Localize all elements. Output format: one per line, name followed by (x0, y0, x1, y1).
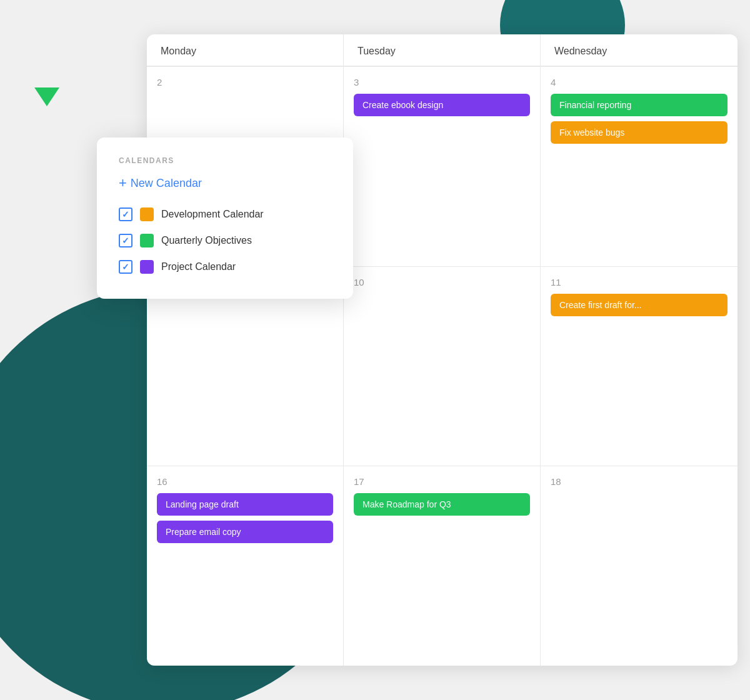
event-financial-reporting[interactable]: Financial reporting (551, 94, 728, 116)
calendar-name-development: Development Calendar (161, 209, 264, 220)
swatch-quarterly (140, 234, 154, 248)
calendar-item-development: ✓ Development Calendar (119, 208, 331, 221)
calendars-section-label: CALENDARS (119, 156, 331, 165)
event-create-ebook[interactable]: Create ebook design (354, 94, 530, 116)
day-number-3: 3 (354, 77, 530, 88)
cell-day-18: 18 (541, 466, 738, 666)
calendar-header: Monday Tuesday Wednesday (147, 34, 738, 67)
col-monday: Monday (147, 34, 344, 66)
col-tuesday: Tuesday (344, 34, 541, 66)
cell-day-17: 17 Make Roadmap for Q3 (344, 466, 541, 666)
cell-day-11: 11 Create first draft for... (541, 267, 738, 466)
calendar-name-project: Project Calendar (161, 261, 236, 272)
checkmark-project: ✓ (122, 262, 129, 272)
col-wednesday: Wednesday (541, 34, 738, 66)
event-email-copy[interactable]: Prepare email copy (157, 521, 333, 543)
checkbox-development[interactable]: ✓ (119, 208, 132, 221)
swatch-project (140, 260, 154, 274)
green-arrow-icon (34, 88, 59, 106)
checkmark-development: ✓ (122, 209, 129, 219)
new-calendar-label: New Calendar (131, 177, 202, 190)
day-number-10: 10 (354, 277, 530, 288)
calendar-week-3: 16 Landing page draft Prepare email copy… (147, 466, 738, 666)
cell-day-10: 10 (344, 267, 541, 466)
checkmark-quarterly: ✓ (122, 236, 129, 246)
day-number-16: 16 (157, 476, 333, 487)
event-first-draft[interactable]: Create first draft for... (551, 294, 728, 316)
calendar-item-quarterly: ✓ Quarterly Objectives (119, 234, 331, 248)
day-number-17: 17 (354, 476, 530, 487)
swatch-development (140, 208, 154, 221)
event-roadmap[interactable]: Make Roadmap for Q3 (354, 493, 530, 516)
cell-day-4: 4 Financial reporting Fix website bugs (541, 67, 738, 266)
day-number-11: 11 (551, 277, 728, 288)
calendar: Monday Tuesday Wednesday 2 3 Create eboo… (147, 34, 738, 666)
calendars-panel: CALENDARS + New Calendar ✓ Development C… (97, 138, 353, 299)
day-number-4: 4 (551, 77, 728, 88)
calendar-name-quarterly: Quarterly Objectives (161, 235, 252, 246)
cell-day-16: 16 Landing page draft Prepare email copy (147, 466, 344, 666)
cell-day-3: 3 Create ebook design (344, 67, 541, 266)
event-landing-page[interactable]: Landing page draft (157, 493, 333, 516)
event-fix-bugs[interactable]: Fix website bugs (551, 121, 728, 144)
new-calendar-button[interactable]: + New Calendar (119, 176, 202, 190)
plus-icon: + (119, 176, 127, 190)
checkbox-quarterly[interactable]: ✓ (119, 234, 132, 248)
day-number-18: 18 (551, 476, 728, 487)
day-number-2: 2 (157, 77, 333, 88)
calendar-item-project: ✓ Project Calendar (119, 260, 331, 274)
checkbox-project[interactable]: ✓ (119, 260, 132, 274)
scene: Monday Tuesday Wednesday 2 3 Create eboo… (0, 0, 750, 700)
